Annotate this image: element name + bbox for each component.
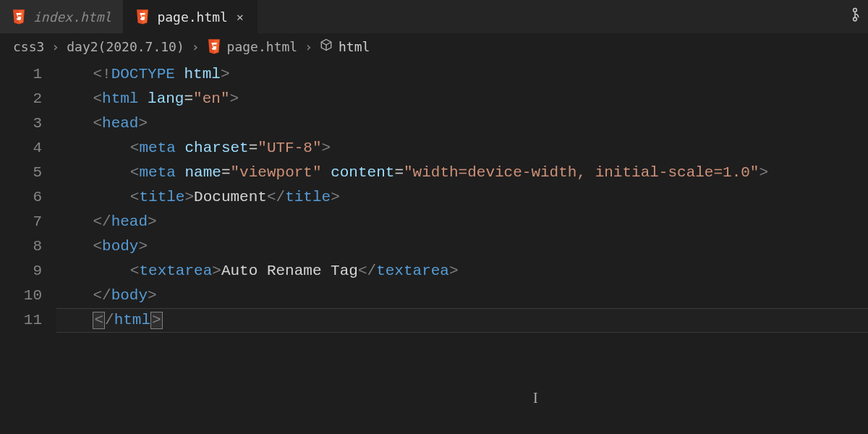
html5-icon — [135, 9, 150, 25]
breadcrumb: css3 › day2(2020.7.10) › page.html › htm… — [0, 33, 868, 59]
line-number: 11 — [0, 308, 42, 333]
code-line[interactable]: <meta charset="UTF-8"> — [56, 136, 868, 161]
code-line[interactable]: <meta name="viewport" content="width=dev… — [56, 161, 868, 185]
svg-point-6 — [854, 17, 857, 21]
line-number: 1 — [0, 62, 42, 87]
chevron-right-icon: › — [192, 39, 200, 54]
code-line[interactable]: <title>Document</title> — [56, 185, 868, 210]
line-number: 5 — [0, 161, 42, 185]
close-icon[interactable]: ✕ — [235, 9, 245, 25]
breadcrumb-item[interactable]: page.html — [207, 38, 298, 54]
line-number: 6 — [0, 185, 42, 210]
line-number: 8 — [0, 234, 42, 259]
tab-actions — [848, 0, 868, 33]
line-number: 4 — [0, 136, 42, 161]
tab-page-html[interactable]: page.html ✕ — [124, 0, 257, 33]
gitlens-icon[interactable] — [848, 7, 862, 26]
line-number: 10 — [0, 284, 42, 308]
breadcrumb-item[interactable]: day2(2020.7.10) — [67, 39, 184, 54]
tab-label: page.html — [157, 9, 228, 25]
code-line[interactable]: <!DOCTYPE html> — [56, 62, 868, 87]
tab-label: index.html — [33, 9, 111, 25]
code-line[interactable]: <head> — [56, 111, 868, 136]
breadcrumb-item[interactable]: html — [320, 38, 370, 54]
tab-index-html[interactable]: index.html — [0, 0, 124, 33]
code-line[interactable]: </html> — [56, 308, 868, 333]
breadcrumb-item[interactable]: css3 — [13, 39, 44, 54]
code-line[interactable]: <html lang="en"> — [56, 87, 868, 111]
code-editor[interactable]: 1234567891011 <!DOCTYPE html> <html lang… — [0, 59, 868, 333]
cube-icon — [320, 38, 333, 54]
line-number-gutter: 1234567891011 — [0, 59, 56, 333]
tab-bar: index.html page.html ✕ — [0, 0, 868, 33]
code-line[interactable]: </head> — [56, 210, 868, 234]
tab-filler — [258, 0, 848, 33]
line-number: 9 — [0, 259, 42, 284]
line-number: 7 — [0, 210, 42, 234]
code-area[interactable]: <!DOCTYPE html> <html lang="en"> <head> … — [56, 59, 868, 333]
text-cursor-icon: I — [533, 390, 535, 407]
chevron-right-icon: › — [51, 39, 59, 54]
line-number: 3 — [0, 111, 42, 136]
code-line[interactable]: <textarea>Auto Rename Tag</textarea> — [56, 259, 868, 284]
html5-icon — [207, 38, 221, 54]
svg-point-4 — [854, 9, 857, 12]
chevron-right-icon: › — [305, 39, 312, 54]
code-line[interactable]: <body> — [56, 234, 868, 259]
line-number: 2 — [0, 87, 42, 111]
html5-icon — [12, 9, 26, 25]
code-line[interactable]: </body> — [56, 284, 868, 308]
